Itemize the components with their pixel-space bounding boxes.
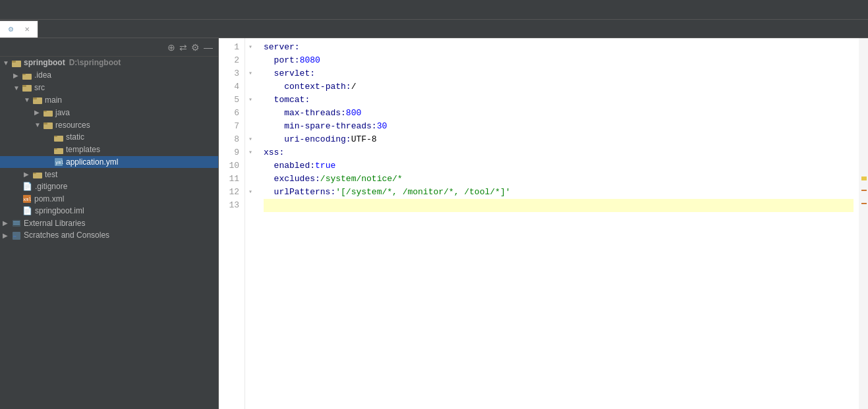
tree-item-templates[interactable]: templates xyxy=(0,144,218,156)
sidebar-toolbar: ⊕ ⇄ ⚙ — xyxy=(167,42,213,53)
tree-item-main[interactable]: ▼main xyxy=(0,94,218,106)
code-content[interactable]: server: port: 8080 servlet: context-path… xyxy=(258,38,859,409)
tree-arrow: ▶ xyxy=(24,171,33,178)
tree-item-gitignore[interactable]: 📄.gitignore xyxy=(0,180,218,192)
tree-item-label: java xyxy=(55,108,70,117)
tree-item-icon-folder xyxy=(22,83,32,93)
yaml-value-str: '[/system/*, /monitor/*, /tool/*]' xyxy=(335,186,510,199)
yaml-indent xyxy=(264,133,284,146)
fold-marker-9[interactable]: ▾ xyxy=(245,146,256,159)
tree-arrow: ▼ xyxy=(24,96,33,103)
svg-rect-23 xyxy=(13,221,20,222)
yaml-key: port: xyxy=(274,54,300,67)
line-number-2: 2 xyxy=(224,54,239,67)
code-line-12: urlPatterns: '[/system/*, /monitor/*, /t… xyxy=(264,186,854,199)
main-layout: ⊕ ⇄ ⚙ — ▼springbootD:\springboot▶.idea▼s… xyxy=(0,38,868,409)
line-number-5: 5 xyxy=(224,94,239,107)
tree-item-src[interactable]: ▼src xyxy=(0,82,218,94)
fold-marker-11 xyxy=(245,173,256,186)
tree-item-icon-scratch: ✏ xyxy=(12,231,21,240)
tree-arrow: ▼ xyxy=(34,121,43,128)
line-number-1: 1 xyxy=(224,41,239,54)
settings-icon[interactable]: ⚙ xyxy=(191,42,200,53)
fold-marker-10 xyxy=(245,159,256,173)
fold-markers: ▾▾▾▾▾▾ xyxy=(245,38,258,409)
svg-text:xml: xml xyxy=(23,197,32,202)
tree-item-label: test xyxy=(45,170,57,179)
yaml-indent xyxy=(264,94,274,107)
tree-arrow: ▶ xyxy=(13,72,22,79)
tree-item-icon-folder xyxy=(33,95,42,105)
line-numbers: 12345678910111213 xyxy=(219,38,245,409)
yaml-value-bool: true xyxy=(315,159,335,173)
tab-close-button[interactable]: ✕ xyxy=(24,26,30,33)
collapse-all-icon[interactable]: ⇄ xyxy=(179,42,187,53)
tree-item-label: main xyxy=(45,95,62,105)
yaml-key: context-path: xyxy=(284,80,351,94)
tree-item-springboot[interactable]: ▼springbootD:\springboot xyxy=(0,57,218,69)
minimap xyxy=(859,38,868,409)
tree-item-springboot-iml[interactable]: 📄springboot.iml xyxy=(0,205,218,217)
code-line-3: servlet: xyxy=(264,67,854,80)
svg-rect-9 xyxy=(43,111,47,112)
tab-application-yml[interactable]: ⚙ ✕ xyxy=(0,20,38,38)
yaml-key: uri-encoding: xyxy=(284,133,351,146)
yaml-indent xyxy=(264,80,284,94)
svg-rect-7 xyxy=(33,97,37,99)
tree-item-test[interactable]: ▶test xyxy=(0,168,218,180)
tree-item-resources[interactable]: ▼resources xyxy=(0,119,218,131)
tree-item-java[interactable]: ▶java xyxy=(0,106,218,119)
yaml-key: tomcat: xyxy=(274,94,310,107)
editor[interactable]: 12345678910111213 ▾▾▾▾▾▾ server: port: 8… xyxy=(219,38,868,409)
yaml-key: excludes: xyxy=(274,173,320,186)
yaml-key: xss: xyxy=(264,146,284,159)
code-line-8: uri-encoding: UTF-8 xyxy=(264,133,854,146)
close-sidebar-icon[interactable]: — xyxy=(204,42,213,53)
fold-marker-5[interactable]: ▾ xyxy=(245,94,256,107)
line-number-13: 13 xyxy=(224,199,239,212)
fold-marker-6 xyxy=(245,107,256,120)
svg-rect-5 xyxy=(22,85,26,87)
tree-item-icon-resources-folder xyxy=(43,120,53,130)
yaml-key: enabled: xyxy=(274,159,315,173)
yaml-key: min-spare-threads: xyxy=(284,120,376,133)
tree-item-external-libraries[interactable]: ▶External Libraries xyxy=(0,217,218,229)
yaml-value-num: 8080 xyxy=(300,54,320,67)
tree-item-icon-xml: xml xyxy=(22,194,32,204)
fold-marker-12[interactable]: ▾ xyxy=(245,186,256,199)
title-bar xyxy=(0,0,868,20)
fold-marker-3[interactable]: ▾ xyxy=(245,67,256,80)
yaml-indent xyxy=(264,107,284,120)
yaml-file-icon: ⚙ xyxy=(8,26,14,33)
tree-item-application-yml[interactable]: ymlapplication.yml xyxy=(0,156,218,169)
tree-item-scratches[interactable]: ▶✏Scratches and Consoles xyxy=(0,229,218,242)
tree-item-label: .idea xyxy=(34,70,51,80)
tree-item-label: pom.xml xyxy=(34,194,64,204)
tree-arrow: ▼ xyxy=(13,84,22,92)
tree-item-label: Scratches and Consoles xyxy=(24,231,109,240)
tree-item-icon-folder xyxy=(43,107,53,117)
editor-content: 12345678910111213 ▾▾▾▾▾▾ server: port: 8… xyxy=(219,38,868,409)
svg-rect-19 xyxy=(33,173,36,174)
tree-arrow: ▶ xyxy=(3,219,12,227)
tree-item-idea[interactable]: ▶.idea xyxy=(0,69,218,82)
tree-item-label: External Libraries xyxy=(24,219,85,228)
file-tree: ▼springbootD:\springboot▶.idea▼src▼main▶… xyxy=(0,57,218,242)
line-number-3: 3 xyxy=(224,67,239,80)
fold-marker-1[interactable]: ▾ xyxy=(245,41,256,54)
add-content-icon[interactable]: ⊕ xyxy=(167,42,175,53)
fold-marker-8[interactable]: ▾ xyxy=(245,133,256,146)
code-line-13 xyxy=(264,199,854,212)
tree-item-static[interactable]: static xyxy=(0,131,218,144)
tree-item-label: resources xyxy=(55,121,90,130)
tree-item-icon-yaml: yml xyxy=(54,157,63,167)
code-line-10: enabled: true xyxy=(264,159,854,173)
line-number-4: 4 xyxy=(224,80,239,94)
fold-marker-7 xyxy=(245,120,256,133)
tree-item-pom-xml[interactable]: xmlpom.xml xyxy=(0,192,218,205)
tree-item-label: static xyxy=(66,132,84,142)
line-number-7: 7 xyxy=(224,120,239,133)
code-line-9: xss: xyxy=(264,146,854,159)
code-line-11: excludes: /system/notice/* xyxy=(264,173,854,186)
minimap-indicator xyxy=(861,177,867,180)
